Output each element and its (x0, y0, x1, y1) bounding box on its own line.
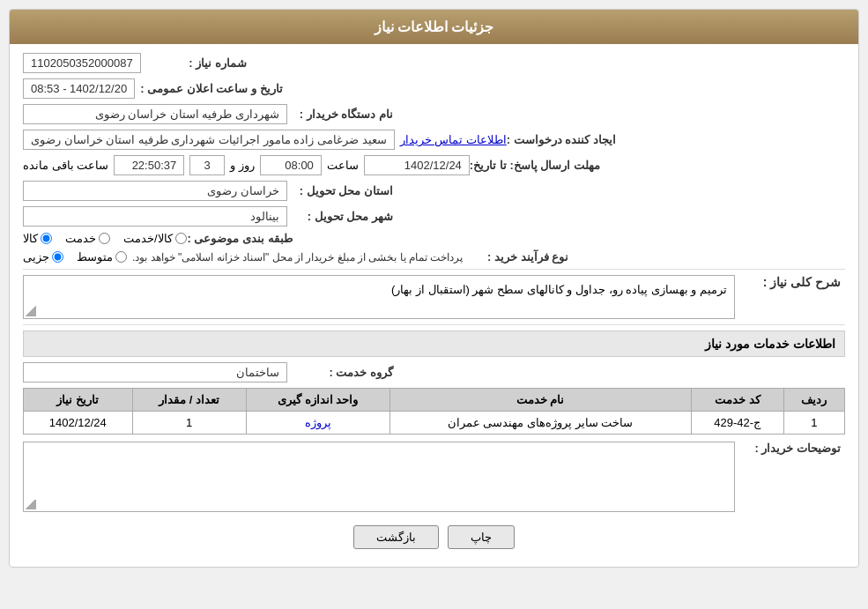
service-info-header: اطلاعات خدمات مورد نیاز (23, 330, 845, 357)
buyer-org-label: نام دستگاه خریدار : (287, 108, 393, 121)
category-label-kala: کالا (23, 232, 38, 245)
deadline-remaining-value: 22:50:37 (114, 155, 184, 175)
category-label: طبقه بندی موضوعی : (187, 232, 293, 245)
category-label-khadmat: خدمت (65, 232, 96, 245)
cell-date-0: 1402/12/24 (24, 412, 133, 434)
deadline-row: مهلت ارسال پاسخ: تا تاریخ: 1402/12/24 سا… (23, 155, 845, 175)
description-row: شرح کلی نیاز : ترمیم و بهسازی پیاده رو، … (23, 275, 845, 319)
procurement-inline: پرداخت تمام یا بخشی از مبلغ خریدار از مح… (23, 250, 463, 264)
buyer-notes-label: توضیحات خریدار : (735, 442, 841, 455)
card-header: جزئیات اطلاعات نیاز (10, 10, 858, 44)
description-label: شرح کلی نیاز : (735, 275, 841, 289)
category-option-3: کالا/خدمت (123, 232, 187, 245)
deadline-remaining-label: ساعت باقی مانده (23, 159, 108, 172)
separator-2 (23, 324, 845, 325)
announce-datetime-value: 1402/12/20 - 08:53 (23, 78, 135, 99)
col-header-name: نام خدمت (389, 389, 691, 412)
col-header-quantity: تعداد / مقدار (132, 389, 246, 412)
service-group-value: ساختمان (23, 362, 287, 382)
request-number-label: شماره نیاز : (141, 56, 247, 70)
category-label-khadmat-kala: کالا/خدمت (123, 232, 173, 245)
requester-inline: اطلاعات تماس خریدار سعید ضرغامی زاده مام… (23, 130, 507, 150)
city-label: شهر محل تحویل : (287, 210, 393, 223)
category-radio-khadmat[interactable] (99, 233, 110, 244)
province-label: استان محل تحویل : (287, 184, 393, 197)
procurement-note: پرداخت تمام یا بخشی از مبلغ خریدار از مح… (132, 251, 463, 264)
procurement-row: نوع فرآیند خرید : پرداخت تمام یا بخشی از… (23, 250, 845, 264)
deadline-days-value: 3 (189, 155, 225, 175)
city-row: شهر محل تحویل : بینالود (23, 206, 845, 227)
announce-datetime-row: تاریخ و ساعت اعلان عمومی : 1402/12/20 - … (23, 78, 845, 99)
category-radio-group: کالا/خدمت خدمت کالا (23, 232, 187, 245)
separator-1 (23, 269, 845, 270)
category-option-2: خدمت (65, 232, 110, 245)
request-number-row: شماره نیاز : 1102050352000087 (23, 53, 845, 73)
procurement-label-medium: متوسط (77, 250, 113, 264)
print-button[interactable]: چاپ (448, 525, 515, 549)
province-row: استان محل تحویل : خراسان رضوی (23, 181, 845, 201)
button-row: چاپ بازگشت (23, 525, 845, 549)
main-card: جزئیات اطلاعات نیاز شماره نیاز : 1102050… (9, 9, 859, 568)
service-group-label: گروه خدمت : (287, 366, 393, 379)
requester-label: ایجاد کننده درخواست : (507, 133, 616, 146)
col-header-date: تاریخ نیاز (24, 389, 133, 412)
buyer-notes-resize-handle (26, 499, 36, 509)
table-header-row: ردیف کد خدمت نام خدمت واحد اندازه گیری ت… (24, 389, 845, 412)
card-body: شماره نیاز : 1102050352000087 تاریخ و سا… (10, 44, 858, 567)
deadline-time-value: 08:00 (260, 155, 322, 175)
category-row: طبقه بندی موضوعی : کالا/خدمت خدمت کالا (23, 232, 845, 245)
table-row: 1 ج-42-429 ساخت سایر پروژه‌های مهندسی عم… (24, 412, 845, 434)
description-resize-handle (26, 306, 36, 316)
cell-unit-0: پروژه (246, 412, 389, 434)
buyer-org-value: شهرداری طرفیه استان خراسان رضوی (23, 104, 287, 124)
buyer-notes-value (23, 442, 735, 512)
description-value: ترمیم و بهسازی پیاده رو، جداول و کانالها… (23, 275, 735, 319)
province-value: خراسان رضوی (23, 181, 287, 201)
col-header-unit: واحد اندازه گیری (246, 389, 389, 412)
back-button[interactable]: بازگشت (353, 525, 439, 549)
procurement-option-medium: متوسط (77, 250, 127, 264)
procurement-label-minor: جزیی (23, 250, 49, 264)
city-value: بینالود (23, 206, 287, 227)
category-radio-kala[interactable] (41, 233, 52, 244)
buyer-org-row: نام دستگاه خریدار : شهرداری طرفیه استان … (23, 104, 845, 124)
deadline-label: مهلت ارسال پاسخ: تا تاریخ: (470, 159, 600, 172)
cell-row-0: 1 (783, 412, 844, 434)
cell-name-0: ساخت سایر پروژه‌های مهندسی عمران (389, 412, 691, 434)
requester-row: ایجاد کننده درخواست : اطلاعات تماس خریدا… (23, 130, 845, 150)
page-wrapper: جزئیات اطلاعات نیاز شماره نیاز : 1102050… (0, 0, 868, 609)
page-title: جزئیات اطلاعات نیاز (375, 19, 494, 34)
deadline-inline: 1402/12/24 ساعت 08:00 روز و 3 22:50:37 س… (23, 155, 470, 175)
procurement-option-minor: جزیی (23, 250, 63, 264)
deadline-date-value: 1402/12/24 (364, 155, 470, 175)
procurement-radio-minor[interactable] (52, 251, 63, 263)
category-option-1: کالا (23, 232, 52, 245)
procurement-label: نوع فرآیند خرید : (463, 250, 568, 264)
request-number-value: 1102050352000087 (23, 53, 141, 73)
service-group-row: گروه خدمت : ساختمان (23, 362, 845, 382)
procurement-radio-medium[interactable] (115, 251, 127, 263)
service-table: ردیف کد خدمت نام خدمت واحد اندازه گیری ت… (23, 388, 845, 434)
col-header-code: کد خدمت (691, 389, 783, 412)
cell-quantity-0: 1 (132, 412, 246, 434)
buyer-notes-row: توضیحات خریدار : (23, 442, 845, 512)
description-text: ترمیم و بهسازی پیاده رو، جداول و کانالها… (391, 283, 727, 296)
col-header-row: ردیف (783, 389, 844, 412)
requester-link[interactable]: اطلاعات تماس خریدار (400, 133, 507, 146)
procurement-radio-group: متوسط جزیی (23, 250, 127, 264)
deadline-days-label: روز و (230, 159, 255, 172)
category-radio-khadmat-kala[interactable] (175, 233, 187, 244)
deadline-time-label: ساعت (327, 159, 359, 172)
requester-value: سعید ضرغامی زاده مامور اجرائیات شهرداری … (23, 130, 395, 150)
cell-code-0: ج-42-429 (691, 412, 783, 434)
announce-datetime-label: تاریخ و ساعت اعلان عمومی : (140, 82, 282, 95)
